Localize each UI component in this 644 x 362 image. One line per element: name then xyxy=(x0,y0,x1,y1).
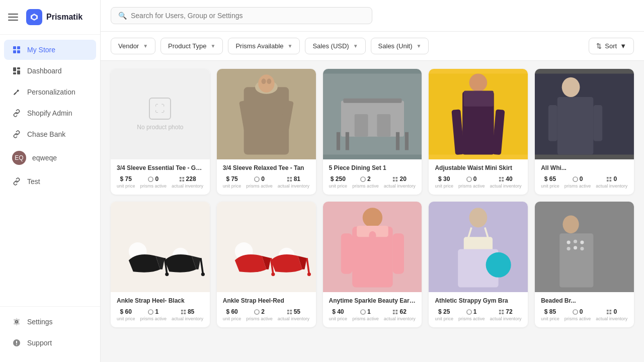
product-card[interactable]: Adjustable Waist Mini Skirt $ 30 unit pr… xyxy=(429,69,528,195)
svg-point-119 xyxy=(574,246,577,249)
price-label: unit price xyxy=(223,316,242,321)
product-card[interactable]: Ankle Strap Heel- Black $ 60 unit price … xyxy=(111,202,210,327)
sidebar-header: Prismatik xyxy=(0,0,100,35)
chevron-down-icon: ▼ xyxy=(417,43,422,49)
topbar: 🔍 xyxy=(101,0,644,32)
svg-rect-56 xyxy=(557,97,594,155)
price-stat: $ 250 unit price xyxy=(329,175,348,189)
price-label: unit price xyxy=(541,184,559,189)
svg-point-89 xyxy=(362,208,382,227)
gear-icon xyxy=(12,317,21,326)
search-box[interactable]: 🔍 xyxy=(111,7,372,24)
inventory-value: 20 xyxy=(399,175,406,183)
prisms-icon: 0 xyxy=(254,175,265,183)
sidebar: Prismatik My Store xyxy=(0,0,101,362)
svg-rect-34 xyxy=(345,132,349,150)
product-name: Athletic Strappy Gym Bra xyxy=(435,297,522,304)
svg-point-82 xyxy=(307,273,311,276)
product-card[interactable]: All Whi... $ 65 unit price 0 prisms acti… xyxy=(535,69,634,195)
price-stat: $ 85 unit price xyxy=(541,308,559,321)
sidebar-item-support[interactable]: Support xyxy=(4,333,96,353)
price-value: $ 85 xyxy=(544,308,556,315)
product-image xyxy=(217,69,316,159)
menu-toggle[interactable] xyxy=(8,12,18,22)
product-card[interactable]: 5 Piece Dining Set 1 $ 250 unit price 2 … xyxy=(323,69,422,195)
sidebar-item-my-store[interactable]: My Store xyxy=(4,40,96,60)
price-value: $ 65 xyxy=(544,175,556,183)
sidebar-item-chase-bank[interactable]: Chase Bank xyxy=(4,124,96,144)
sidebar-item-settings[interactable]: Settings xyxy=(4,312,96,332)
svg-rect-33 xyxy=(405,132,408,150)
prisms-available-filter[interactable]: Prisms Available ▼ xyxy=(228,38,300,54)
product-info: Adjustable Waist Mini Skirt $ 30 unit pr… xyxy=(429,159,528,195)
sales-unit-label: Sales (Unit) xyxy=(378,42,413,50)
sales-usd-filter[interactable]: Sales (USD) ▼ xyxy=(305,38,365,54)
product-info: Ankle Strap Heel- Black $ 60 unit price … xyxy=(111,292,210,327)
price-label: unit price xyxy=(117,184,135,189)
svg-rect-74 xyxy=(181,312,183,314)
product-stats: $ 85 unit price 0 prisms active 0 actual xyxy=(541,308,628,321)
chevron-down-icon: ▼ xyxy=(288,43,293,49)
sidebar-item-test[interactable]: Test xyxy=(4,171,96,192)
product-card[interactable]: 3/4 Sleeve Relaxed Tee - Tan $ 75 unit p… xyxy=(217,69,316,195)
sidebar-item-dashboard[interactable]: Dashboard xyxy=(4,61,96,81)
svg-point-22 xyxy=(261,78,266,84)
svg-rect-13 xyxy=(182,176,184,178)
product-card[interactable]: Anytime Sparkle Beauty Earri... $ 40 uni… xyxy=(323,202,422,327)
inventory-label: actual inventory xyxy=(172,316,203,321)
svg-rect-15 xyxy=(182,179,184,182)
svg-rect-40 xyxy=(396,176,398,178)
inventory-icon: 55 xyxy=(287,308,300,315)
price-value: $ 60 xyxy=(226,308,237,315)
product-type-filter[interactable]: Product Type ▼ xyxy=(160,38,223,54)
prisms-label: prisms active xyxy=(352,316,379,321)
product-name: 3/4 Sleeve Essential Tee - Gray xyxy=(117,164,204,171)
price-value: $ 60 xyxy=(120,308,132,315)
inventory-label: actual inventory xyxy=(384,316,416,321)
svg-point-44 xyxy=(469,73,488,92)
product-card[interactable]: Athletic Strappy Gym Bra $ 25 unit price… xyxy=(429,202,528,327)
vendor-filter[interactable]: Vendor ▼ xyxy=(111,38,155,54)
price-label: unit price xyxy=(541,316,559,321)
inventory-stat: 20 actual inventory xyxy=(384,175,416,189)
svg-rect-62 xyxy=(607,179,609,182)
search-input[interactable] xyxy=(131,12,365,20)
sidebar-item-personalization[interactable]: Personalization xyxy=(4,82,96,102)
product-card[interactable]: Ankle Strap Heel-Red $ 60 unit price 2 p… xyxy=(217,202,316,327)
price-stat: $ 60 unit price xyxy=(117,308,135,321)
prisms-icon: 1 xyxy=(360,308,371,315)
inventory-label: actual inventory xyxy=(384,184,416,189)
product-card[interactable]: Beaded Br... $ 85 unit price 0 prisms ac… xyxy=(535,202,634,327)
product-stats: $ 40 unit price 1 prisms active 62 actua xyxy=(329,308,416,321)
sidebar-item-eqweqe[interactable]: EQ eqweqe xyxy=(4,145,96,170)
product-info: 3/4 Sleeve Essential Tee - Gray $ 75 uni… xyxy=(111,159,210,195)
prisms-stat: 2 prisms active xyxy=(246,308,273,321)
no-photo-label: No product photo xyxy=(137,124,183,131)
inventory-icon: 0 xyxy=(606,175,617,183)
sidebar-item-label: eqweqe xyxy=(32,154,57,162)
sidebar-item-label: Test xyxy=(27,177,40,186)
sidebar-item-shopify-admin[interactable]: Shopify Admin xyxy=(4,103,96,123)
sales-unit-filter[interactable]: Sales (Unit) ▼ xyxy=(371,38,429,54)
sort-button[interactable]: ⇅ Sort ▼ xyxy=(589,38,634,54)
prisms-label: prisms active xyxy=(458,316,485,321)
inventory-stat: 40 actual inventory xyxy=(490,175,521,189)
inventory-icon: 228 xyxy=(179,175,196,183)
svg-point-116 xyxy=(574,240,577,243)
sidebar-item-label: Settings xyxy=(27,318,53,326)
prisms-icon: 1 xyxy=(466,308,477,315)
svg-point-59 xyxy=(573,176,578,181)
svg-rect-86 xyxy=(287,312,289,314)
inventory-stat: 228 actual inventory xyxy=(172,175,203,189)
svg-rect-64 xyxy=(111,206,210,287)
svg-rect-37 xyxy=(377,114,390,137)
product-card[interactable]: ⛶ No product photo 3/4 Sleeve Essential … xyxy=(111,69,210,195)
svg-point-24 xyxy=(255,176,259,181)
inventory-value: 0 xyxy=(613,308,617,315)
svg-rect-14 xyxy=(179,179,181,182)
svg-rect-73 xyxy=(184,309,186,311)
svg-rect-32 xyxy=(336,132,340,150)
svg-rect-48 xyxy=(464,90,494,106)
inventory-stat: 85 actual inventory xyxy=(172,308,203,321)
svg-rect-58 xyxy=(593,105,602,141)
